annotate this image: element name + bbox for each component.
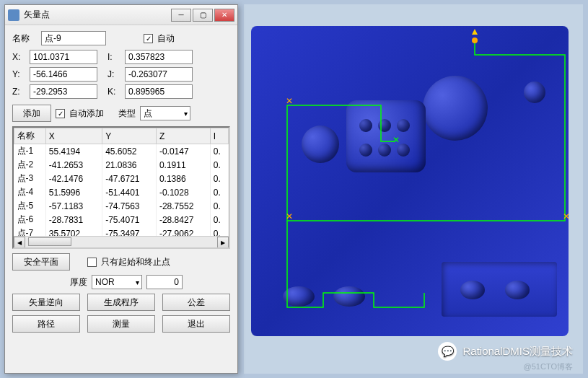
- window-title: 矢量点: [24, 9, 171, 21]
- name-label: 名称: [12, 32, 37, 45]
- exit-button[interactable]: 退出: [162, 315, 230, 333]
- k-input[interactable]: [125, 84, 193, 99]
- auto-label: 自动: [157, 32, 175, 45]
- reverse-vector-button[interactable]: 矢量逆向: [12, 294, 80, 311]
- svg-text:✕: ✕: [286, 96, 293, 106]
- horizontal-scrollbar[interactable]: ◀ ▶: [14, 236, 229, 247]
- name-input[interactable]: [41, 31, 106, 45]
- tool-path: ✕ ✕ ✕ ✕: [244, 4, 583, 374]
- maximize-button[interactable]: ▢: [193, 9, 213, 22]
- only-ends-checkbox[interactable]: [87, 258, 97, 267]
- watermark: RationalDMIS测量技术: [438, 342, 573, 361]
- column-header[interactable]: 名称: [14, 128, 46, 144]
- j-input[interactable]: [125, 67, 193, 82]
- measure-button[interactable]: 测量: [87, 315, 155, 333]
- path-button[interactable]: 路径: [12, 315, 80, 333]
- y-input[interactable]: [30, 67, 97, 82]
- svg-point-0: [472, 38, 478, 43]
- close-button[interactable]: ✕: [214, 9, 234, 22]
- minimize-button[interactable]: ─: [171, 9, 191, 22]
- table-row[interactable]: 点-3-42.1476-47.67210.13860.: [14, 172, 229, 185]
- generate-program-button[interactable]: 生成程序: [87, 294, 155, 311]
- column-header[interactable]: X: [45, 128, 102, 144]
- z-input[interactable]: [30, 84, 97, 99]
- titlebar[interactable]: 矢量点 ─ ▢ ✕: [5, 5, 237, 25]
- viewport-3d[interactable]: ✕ ✕ ✕ ✕ RationalDMIS测量技术 @51CTO博客: [244, 4, 583, 374]
- column-header[interactable]: I: [210, 128, 228, 144]
- svg-text:✕: ✕: [392, 135, 400, 145]
- watermark-sub: @51CTO博客: [524, 361, 573, 372]
- scroll-left-icon[interactable]: ◀: [14, 237, 25, 248]
- auto-add-checkbox[interactable]: [56, 109, 65, 118]
- scroll-thumb[interactable]: [28, 237, 71, 246]
- watermark-text: RationalDMIS测量技术: [462, 345, 573, 359]
- column-header[interactable]: Y: [102, 128, 157, 144]
- type-label: 类型: [118, 107, 136, 120]
- i-input[interactable]: [125, 50, 193, 64]
- svg-text:✕: ✕: [563, 211, 570, 221]
- auto-add-label: 自动添加: [69, 107, 104, 120]
- auto-checkbox[interactable]: [144, 34, 153, 43]
- svg-text:✕: ✕: [286, 211, 293, 221]
- tolerance-button[interactable]: 公差: [162, 294, 230, 311]
- column-header[interactable]: Z: [156, 128, 210, 144]
- x-input[interactable]: [30, 50, 97, 64]
- thickness-input[interactable]: [146, 275, 183, 289]
- thickness-mode-select[interactable]: NOR: [92, 275, 142, 289]
- thickness-label: 厚度: [70, 276, 87, 289]
- scroll-right-icon[interactable]: ▶: [217, 237, 229, 248]
- table-row[interactable]: 点-6-28.7831-75.4071-28.84270.: [14, 213, 229, 227]
- app-icon: [8, 9, 19, 21]
- i-label: I:: [107, 52, 120, 62]
- only-ends-label: 只有起始和终止点: [101, 256, 170, 268]
- y-label: Y:: [12, 69, 25, 79]
- wechat-icon: [438, 342, 457, 361]
- safe-plane-button[interactable]: 安全平面: [12, 253, 70, 271]
- table-row[interactable]: 点-5-57.1183-74.7563-28.75520.: [14, 199, 229, 213]
- k-label: K:: [107, 87, 120, 97]
- vector-point-dialog: 矢量点 ─ ▢ ✕ 名称 自动 X: Y: Z: I: J: K:: [4, 4, 238, 374]
- j-label: J:: [107, 69, 120, 79]
- points-table[interactable]: 名称XYZI 点-155.419445.6052-0.01470.点-2-41.…: [14, 128, 229, 249]
- type-select[interactable]: 点: [140, 106, 190, 120]
- table-row[interactable]: 点-155.419445.6052-0.01470.: [14, 144, 229, 159]
- points-table-wrap: 名称XYZI 点-155.419445.6052-0.01470.点-2-41.…: [12, 126, 230, 249]
- z-label: Z:: [12, 87, 25, 97]
- add-button[interactable]: 添加: [12, 105, 51, 122]
- table-row[interactable]: 点-451.5996-51.4401-0.10280.: [14, 185, 229, 199]
- x-label: X:: [12, 52, 25, 62]
- table-row[interactable]: 点-2-41.265321.08360.19110.: [14, 158, 229, 172]
